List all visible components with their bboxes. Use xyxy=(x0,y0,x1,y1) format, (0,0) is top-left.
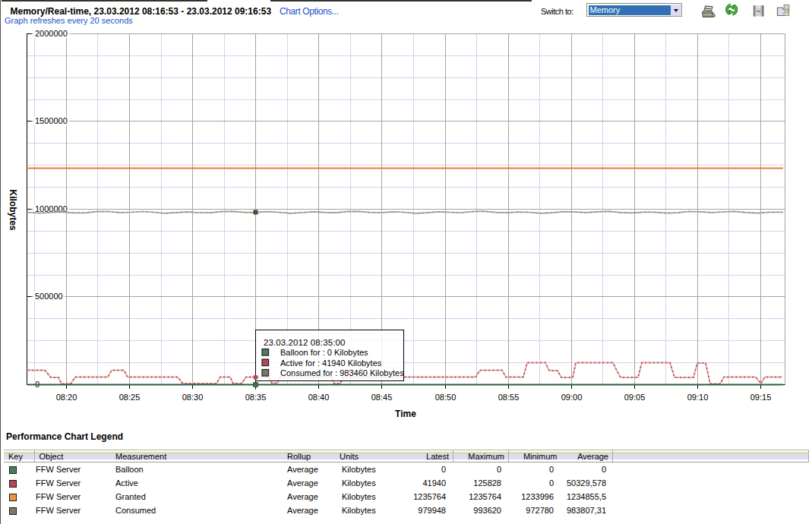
svg-text:08:50: 08:50 xyxy=(435,393,457,402)
svg-text:Balloon for : 0 Kilobytes: Balloon for : 0 Kilobytes xyxy=(280,348,368,357)
svg-text:500000: 500000 xyxy=(35,292,63,301)
svg-text:08:45: 08:45 xyxy=(371,393,393,402)
svg-text:08:25: 08:25 xyxy=(119,393,141,402)
svg-text:1500000: 1500000 xyxy=(35,116,68,125)
svg-text:09:00: 09:00 xyxy=(561,393,583,402)
svg-text:Consumed for : 983460 Kilobyte: Consumed for : 983460 Kilobytes xyxy=(280,368,404,377)
svg-text:2000000: 2000000 xyxy=(35,29,68,38)
svg-text:Kilobytes: Kilobytes xyxy=(8,190,18,231)
svg-text:08:30: 08:30 xyxy=(182,393,204,402)
svg-text:23.03.2012 08:35:00: 23.03.2012 08:35:00 xyxy=(264,338,345,347)
svg-text:09:05: 09:05 xyxy=(624,393,646,402)
svg-text:08:20: 08:20 xyxy=(56,393,77,402)
svg-text:08:55: 08:55 xyxy=(498,393,520,402)
svg-text:Time: Time xyxy=(395,409,416,419)
svg-text:09:10: 09:10 xyxy=(687,393,709,402)
svg-text:09:15: 09:15 xyxy=(750,393,772,402)
svg-text:08:40: 08:40 xyxy=(308,393,330,402)
svg-text:Active for : 41940 Kilobytes: Active for : 41940 Kilobytes xyxy=(280,358,382,368)
svg-text:08:35: 08:35 xyxy=(245,393,267,402)
